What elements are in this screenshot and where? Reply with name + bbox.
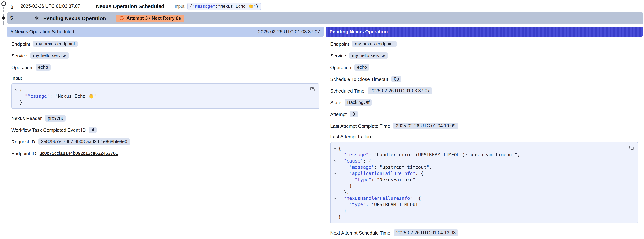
- scheduled-event-panel: 5 Nexus Operation Scheduled 2025-02-26 U…: [7, 27, 324, 159]
- code-line: }: [332, 183, 628, 189]
- field-value-chip: present: [45, 115, 65, 122]
- timeline-start-icon: [2, 2, 6, 6]
- field-label: Scheduled Time: [330, 88, 364, 94]
- code-line-text: },: [338, 189, 349, 195]
- field-label: Next Attempt Schedule Time: [330, 230, 390, 236]
- event-name: Pending Nexus Operation: [43, 15, 106, 21]
- copy-button[interactable]: [309, 86, 316, 92]
- json-text: :: [366, 202, 371, 207]
- input-label: Input: [175, 4, 184, 9]
- json-text: "Nexus Echo 👋": [218, 4, 256, 9]
- code-line-text: }: [338, 208, 346, 214]
- json-text: }: [344, 208, 346, 214]
- field-label: State: [330, 100, 342, 105]
- json-text: "handler error (UPSTREAM_TIMEOUT): upstr…: [374, 152, 520, 158]
- code-line-text: "Message": "Nexus Echo 👋": [20, 93, 97, 99]
- field-value-chip: 2025-02-26 UTC 01:04:13.93: [394, 230, 458, 236]
- event-timestamp: 2025-02-26 UTC 01:03:37.07: [20, 4, 86, 9]
- scheduled-panel-timestamp: 2025-02-26 UTC 01:03:37.07: [258, 29, 320, 34]
- code-line-text: "type": "NexusFailure": [338, 176, 415, 183]
- code-line: }: [332, 208, 628, 214]
- event-row-nexus-operation-scheduled[interactable]: 5 2025-02-26 UTC 01:03:37.07 Nexus Opera…: [7, 0, 644, 12]
- workflow-event-history-view: 5 2025-02-26 UTC 01:03:37.07 Nexus Opera…: [0, 0, 644, 239]
- detail-row-last-attempt-complete-time: Last Attempt Complete Time2025-02-26 UTC…: [326, 120, 642, 132]
- json-text: "Nexus Echo 👋": [55, 93, 97, 99]
- json-text: }: [338, 214, 341, 220]
- failure-code-block: {"message": "handler error (UPSTREAM_TIM…: [330, 142, 638, 223]
- field-value-chip: BackingOff: [345, 99, 372, 106]
- detail-row-nexus-header: Nexus Headerpresent: [7, 112, 324, 124]
- detail-row-endpoint: Endpointmy-nexus-endpoint: [7, 38, 324, 50]
- json-key: "type": [355, 177, 371, 182]
- field-value-chip: my-nexus-endpoint: [34, 41, 78, 47]
- field-label: Last Attempt Complete Time: [330, 123, 390, 129]
- event-detail-panels: 5 Nexus Operation Scheduled 2025-02-26 U…: [0, 24, 644, 239]
- json-key: "type": [349, 202, 366, 207]
- json-text: {: [338, 146, 341, 151]
- field-label: Endpoint ID: [11, 150, 36, 156]
- event-id-link[interactable]: 5: [10, 4, 13, 9]
- field-label: Endpoint: [11, 41, 30, 47]
- field-value-chip: my-nexus-endpoint: [352, 41, 396, 47]
- collapse-chevron-icon[interactable]: [332, 159, 338, 162]
- field-value-chip: 3: [350, 111, 358, 118]
- code-line: "applicationFailureInfo": {: [332, 170, 628, 176]
- json-key: "message": [349, 164, 374, 170]
- code-line: }: [13, 99, 309, 106]
- event-id-link[interactable]: 5: [10, 15, 13, 21]
- field-label: Attempt: [330, 112, 347, 117]
- code-line: "cause": {: [332, 158, 628, 164]
- code-line-text: {: [20, 87, 22, 93]
- scheduled-fields-bottom: Nexus HeaderpresentWorkflow Task Complet…: [7, 111, 324, 159]
- collapse-chevron-icon[interactable]: [332, 196, 338, 200]
- retry-badge: Attempt 3 • Next Retry 0s: [116, 14, 184, 22]
- copy-button[interactable]: [628, 144, 635, 151]
- json-text: },: [344, 189, 349, 195]
- json-text: :: [368, 152, 374, 158]
- json-key: "message": [344, 152, 368, 158]
- code-line-text: "message": "handler error (UPSTREAM_TIME…: [338, 152, 520, 158]
- collapse-chevron-icon[interactable]: [332, 147, 338, 150]
- nexus-asterisk-icon: [34, 15, 40, 21]
- detail-row-endpoint-id: Endpoint ID3c0c75ccfa8144b092c13ce632463…: [7, 148, 324, 159]
- failure-section-label: Last Attempt Failure: [326, 132, 642, 141]
- scheduled-panel-title: 5 Nexus Operation Scheduled: [10, 29, 74, 34]
- detail-row-workflow-task-completed-event-id: Workflow Task Completed Event ID4: [7, 124, 324, 136]
- json-text: {: [190, 4, 192, 9]
- field-value-chip: echo: [36, 64, 50, 71]
- json-text: :: [374, 164, 380, 170]
- timeline-connector-dashed: [3, 21, 4, 24]
- scheduled-panel-header[interactable]: 5 Nexus Operation Scheduled 2025-02-26 U…: [7, 27, 324, 36]
- field-value-link[interactable]: 3c0c75ccfa8144b092c13ce632463761: [40, 151, 118, 156]
- pending-fields-top: Endpointmy-nexus-endpointServicemy-hello…: [326, 36, 642, 132]
- detail-row-endpoint: Endpointmy-nexus-endpoint: [326, 38, 642, 50]
- code-line: "Message": "Nexus Echo 👋": [13, 93, 309, 99]
- code-line-text: "message": "upstream timeout",: [338, 164, 432, 170]
- timeline-event-dot-icon: [2, 16, 5, 20]
- code-line-text: "cause": {: [338, 158, 372, 164]
- event-name: Nexus Operation Scheduled: [96, 3, 164, 9]
- event-row-pending-nexus-operation[interactable]: 5 Pending Nexus Operation Attempt 3 • Ne…: [7, 12, 643, 24]
- detail-row-service: Servicemy-hello-service: [326, 50, 642, 62]
- code-line-text: }: [20, 99, 22, 106]
- code-line: "message": "handler error (UPSTREAM_TIME…: [332, 152, 628, 158]
- code-line-text: "nexusHandlerFailureInfo": {: [338, 195, 421, 201]
- field-value-chip: my-hello-service: [30, 52, 69, 59]
- detail-row-request-id: Request ID3e829b7e-7d67-4b08-aad3-b1e868…: [7, 136, 324, 148]
- json-text: : {: [412, 196, 421, 201]
- json-text: "NexusFailure": [377, 177, 415, 182]
- code-line-text: "type": "UPSTREAM_TIMEOUT": [338, 201, 421, 208]
- field-label: Endpoint: [330, 41, 349, 47]
- pending-panel-header[interactable]: Pending Nexus Operation: [326, 27, 642, 36]
- detail-row-attempt: Attempt3: [326, 108, 642, 120]
- input-json-viewer: {"Message": "Nexus Echo 👋"}: [13, 87, 309, 106]
- detail-row-operation: Operationecho: [7, 62, 324, 73]
- collapse-chevron-icon[interactable]: [13, 88, 20, 92]
- code-line-text: }: [338, 183, 352, 189]
- json-key: "cause": [344, 158, 363, 164]
- timeline-connector-dashed: [3, 6, 4, 16]
- json-text: "UPSTREAM_TIMEOUT": [371, 202, 421, 207]
- detail-row-scheduled-time: Scheduled Time2025-02-26 UTC 01:03:37.07: [326, 85, 642, 96]
- field-value-chip: my-hello-service: [350, 52, 388, 59]
- collapse-chevron-icon[interactable]: [332, 172, 338, 175]
